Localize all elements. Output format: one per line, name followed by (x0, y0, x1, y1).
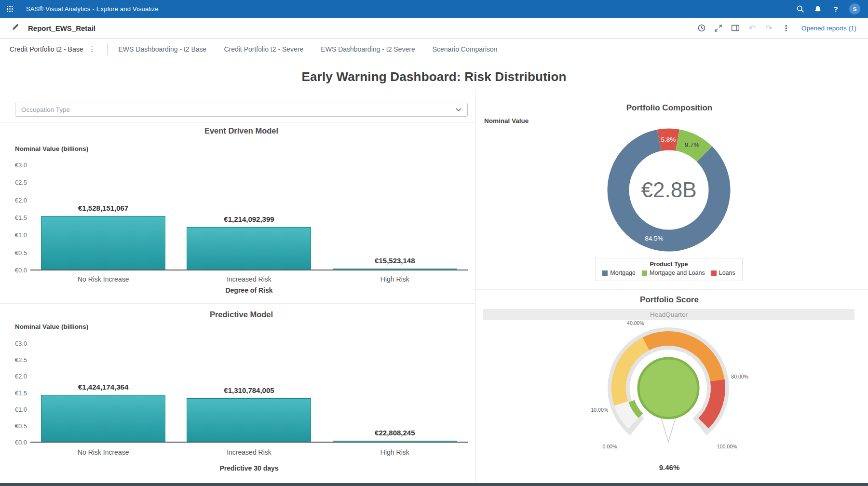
y-tick-label: €0.0 (0, 267, 27, 274)
section-divider (475, 289, 868, 290)
tab-ews-dashboarding-t2-base[interactable]: EWS Dashboarding - t2 Base (110, 39, 216, 60)
legend-items: MortgageMortgage and LoansLoans (596, 270, 742, 276)
legend-swatch (711, 270, 717, 276)
y-tick-label: €1.5 (0, 214, 27, 221)
refresh-clock-icon[interactable] (697, 23, 706, 33)
donut-slice-pct-label: 9.7% (685, 141, 700, 148)
bar-no-risk-increase[interactable] (41, 395, 165, 442)
y-tick-label: €2.0 (0, 373, 27, 380)
bar-increased-risk[interactable] (187, 398, 311, 442)
page-title: Early Warning Dashboard: Risk Distributi… (0, 69, 868, 84)
measure-label: Nominal Value (484, 117, 529, 124)
report-title: Report_EWS_Retail (28, 24, 95, 32)
bar-value-label: €1,214,092,399 (224, 215, 274, 223)
y-tick-label: €2.0 (0, 197, 27, 204)
portfolio-score-gauge: 0.00%10.00%40.00%80.00%100.00% (582, 312, 755, 457)
tab-credit-portfolio-t2-severe[interactable]: Credit Portfolio t2 - Severe (215, 39, 312, 60)
gauge-tick-label: 10.00% (591, 407, 609, 413)
help-icon[interactable]: ? (831, 5, 840, 14)
tab-menu-icon[interactable]: ⋮ (89, 45, 96, 54)
y-tick-label: €0.5 (0, 249, 27, 256)
app-header: SAS® Visual Analytics - Explore and Visu… (0, 0, 868, 18)
tab-ews-dashboarding-t2-severe[interactable]: EWS Dashboarding - t2 Severe (312, 39, 423, 60)
report-toolbar: Report_EWS_Retail ↶ ↷ ⋮ Opened reports (… (0, 18, 868, 39)
gauge-tick-label: 80.00% (731, 374, 748, 379)
chevron-down-icon (456, 108, 461, 112)
tab-credit-portfolio-t2-base[interactable]: Credit Portfolio t2 - Base⋮ (1, 39, 105, 60)
legend-item-loans[interactable]: Loans (711, 270, 735, 276)
chart-title: Event Driven Model (15, 126, 468, 135)
y-tick-label: €0.0 (0, 439, 27, 446)
gauge-center-circle (638, 358, 698, 418)
gauge-tick-label: 40.00% (627, 320, 644, 326)
bar-increased-risk[interactable] (187, 227, 311, 270)
occupation-type-filter[interactable]: Occupation Type (15, 103, 468, 117)
plot-area: €1,528,151,067€1,214,092,399€15,523,148 (30, 162, 468, 270)
donut-center-value: €2.8B (641, 178, 697, 202)
tab-label: Scenario Comparison (433, 45, 498, 53)
legend-item-mortgage[interactable]: Mortgage (602, 270, 636, 276)
bar-slot: €1,214,092,399 (176, 162, 322, 270)
predictive-model-chart: Predictive Model Nominal Value (billions… (0, 310, 475, 479)
x-axis-title: Predictive 30 days (30, 464, 468, 472)
plot-area: €1,424,174,364€1,310,784,005€22,808,245 (30, 341, 468, 443)
y-tick-label: €1.0 (0, 231, 27, 239)
portfolio-composition-donut: 5.8%9.7%84.5% €2.8B (592, 113, 746, 267)
y-tick-label: €3.0 (0, 340, 27, 347)
donut-chart-title: Portfolio Composition (484, 103, 854, 113)
maximize-icon[interactable] (714, 23, 723, 33)
bar-no-risk-increase[interactable] (41, 216, 165, 270)
legend-swatch (642, 270, 647, 276)
event-driven-model-chart: Event Driven Model Nominal Value (billio… (0, 126, 475, 302)
legend-swatch (602, 270, 608, 276)
donut-slice-pct-label: 5.8% (661, 136, 676, 143)
bar-high-risk[interactable] (333, 269, 457, 270)
legend-title: Product Type (596, 261, 742, 268)
y-tick-label: €1.0 (0, 406, 27, 413)
y-tick-label: €0.5 (0, 422, 27, 430)
app-switcher-icon[interactable] (6, 5, 14, 13)
redo-icon[interactable]: ↷ (764, 23, 774, 33)
more-options-icon[interactable]: ⋮ (781, 23, 791, 33)
category-label: Increased Risk (176, 275, 322, 283)
tab-label: EWS Dashboarding - t2 Base (119, 45, 207, 53)
gauge-tick-label: 0.00% (602, 444, 617, 449)
bar-slot: €1,424,174,364 (30, 341, 176, 442)
tab-separator (107, 43, 108, 55)
gauge-value-label: 9.46% (484, 463, 854, 472)
bar-value-label: €22,808,245 (375, 429, 415, 437)
bar-slot: €1,310,784,005 (176, 341, 322, 442)
section-divider (0, 122, 475, 123)
undo-icon[interactable]: ↶ (747, 23, 757, 33)
report-actions: ↶ ↷ ⋮ (697, 23, 791, 33)
legend: Product Type MortgageMortgage and LoansL… (595, 258, 743, 281)
category-label: High Risk (322, 275, 468, 283)
chart-title: Predictive Model (15, 310, 468, 319)
app-title: SAS® Visual Analytics - Explore and Visu… (26, 5, 159, 13)
panel-toggle-icon[interactable] (731, 23, 740, 33)
edit-report-icon[interactable] (12, 23, 19, 33)
gauge-chart-title: Portfolio Score (484, 295, 854, 305)
legend-label: Loans (719, 270, 735, 276)
y-tick-label: €2.5 (0, 179, 27, 186)
section-divider (0, 303, 475, 304)
tab-label: EWS Dashboarding - t2 Severe (321, 45, 415, 53)
bar-value-label: €1,310,784,005 (224, 386, 274, 394)
gauge-tick-label: 100.00% (717, 444, 737, 449)
legend-item-mortgage-and-loans[interactable]: Mortgage and Loans (642, 270, 705, 276)
bar-high-risk[interactable] (333, 441, 457, 442)
bar-value-label: €1,424,174,364 (78, 383, 128, 391)
tab-scenario-comparison[interactable]: Scenario Comparison (424, 39, 506, 60)
search-icon[interactable] (796, 5, 804, 14)
user-avatar[interactable]: S (849, 3, 860, 14)
legend-label: Mortgage and Loans (650, 270, 705, 276)
category-label: Increased Risk (176, 448, 322, 456)
y-tick-label: €1.5 (0, 390, 27, 397)
bar-slot: €1,528,151,067 (30, 162, 176, 270)
y-tick-label: €2.5 (0, 356, 27, 364)
bar-value-label: €1,528,151,067 (78, 204, 128, 212)
app-actions: ? S (796, 3, 868, 14)
filter-placeholder: Occupation Type (21, 106, 70, 113)
opened-reports-link[interactable]: Opened reports (1) (801, 25, 856, 32)
notifications-icon[interactable] (814, 5, 822, 14)
